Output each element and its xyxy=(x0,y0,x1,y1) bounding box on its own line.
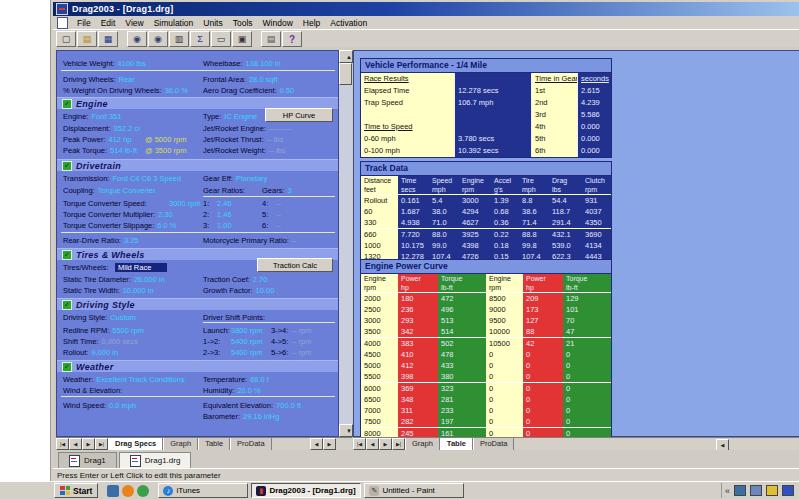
param-value[interactable]: Mild Race xyxy=(115,263,167,272)
param-value[interactable]: 3800 rpm xyxy=(231,326,263,335)
param-value[interactable]: -- xyxy=(276,210,281,219)
param-value[interactable]: Rear xyxy=(119,75,135,84)
param-value[interactable]: ——— xyxy=(269,124,292,133)
tab-scroll-first-button[interactable]: |◀ xyxy=(56,438,69,450)
section-checkbox[interactable]: ✓ xyxy=(62,250,72,260)
param-value[interactable]: 6.0 % xyxy=(157,221,176,230)
taskbar-task-itunes[interactable]: ♪iTunes xyxy=(158,483,248,498)
param-value[interactable]: -- xyxy=(276,221,281,230)
print-button[interactable]: ▤ xyxy=(261,31,281,47)
menu-item-view[interactable]: View xyxy=(120,17,148,29)
param-value[interactable]: -- rpm xyxy=(291,348,311,357)
document-system-menu-icon[interactable] xyxy=(57,17,68,29)
param-value[interactable]: 3.25 xyxy=(124,236,139,245)
param-value[interactable]: 514 lb-ft xyxy=(110,146,137,155)
param-value[interactable]: 4100 lbs xyxy=(118,59,146,68)
scroll-up-button[interactable]: ▲ xyxy=(339,50,353,63)
param-value[interactable]: -- rpm xyxy=(291,326,311,335)
menu-item-file[interactable]: File xyxy=(72,17,96,29)
menu-item-simulation[interactable]: Simulation xyxy=(149,17,199,29)
new-file-button[interactable]: ▢ xyxy=(56,31,76,47)
tray-display-icon[interactable] xyxy=(734,485,746,496)
start-button[interactable]: Start xyxy=(54,483,98,498)
section-checkbox[interactable]: ✓ xyxy=(62,161,72,171)
param-value[interactable]: 5400 rpm xyxy=(231,348,263,357)
param-value[interactable]: -- xyxy=(276,199,281,208)
param-value[interactable]: 68.0 f xyxy=(250,375,269,384)
param-value[interactable]: Ford 351 xyxy=(91,112,121,121)
param-value[interactable]: 2.46 xyxy=(217,199,232,208)
traction-calc-button[interactable]: Traction Calc xyxy=(257,258,333,272)
param-value[interactable]: -- rpm xyxy=(291,337,311,346)
param-value[interactable]: 5400 rpm xyxy=(231,337,263,346)
param-value[interactable]: @ 3500 rpm xyxy=(145,146,186,155)
menu-item-help[interactable]: Help xyxy=(298,17,325,29)
param-value[interactable]: 36.0 % xyxy=(165,86,188,95)
scrollbar-thumb[interactable] xyxy=(339,63,352,85)
menu-item-window[interactable]: Window xyxy=(258,17,298,29)
param-value[interactable]: -- xyxy=(292,236,297,245)
section-checkbox[interactable]: ✓ xyxy=(62,99,72,109)
open-file-button[interactable]: ▤ xyxy=(77,31,97,47)
param-value[interactable]: Torque Converter xyxy=(98,186,156,195)
window-layout-button[interactable]: ▭ xyxy=(211,31,231,47)
param-value[interactable]: 29.16 inHg xyxy=(243,412,279,421)
statistics-button[interactable]: Σ xyxy=(190,31,210,47)
tab-scroll-next-button[interactable]: ▶ xyxy=(82,438,95,450)
param-value[interactable]: 3 xyxy=(288,186,292,195)
param-value[interactable]: 1.46 xyxy=(217,210,232,219)
param-value[interactable]: Ford C4 C6 3 Speed xyxy=(112,174,181,183)
tab-scroll-last-button[interactable]: ▶| xyxy=(392,438,405,450)
doc-tab-drag1[interactable]: Drag1 xyxy=(58,452,117,468)
media-player-icon[interactable] xyxy=(122,485,134,497)
hp-curve-button[interactable]: HP Curve xyxy=(265,108,333,122)
tab-hscroll-left-button[interactable]: ◀ xyxy=(310,438,323,450)
calculator-button[interactable]: ▥ xyxy=(169,31,189,47)
param-value[interactable]: 2.30 xyxy=(158,210,173,219)
help-button[interactable]: ? xyxy=(282,31,302,47)
tray-network-icon[interactable] xyxy=(782,485,794,496)
tab-scroll-last-button[interactable]: ▶| xyxy=(95,438,108,450)
param-value[interactable]: 1.00 xyxy=(217,221,232,230)
param-value[interactable]: 28.0 sqft xyxy=(249,75,278,84)
param-value[interactable]: 3000 rpm xyxy=(169,199,201,208)
param-value[interactable]: 0.0 mph xyxy=(109,401,136,410)
save-file-button[interactable]: ▦ xyxy=(98,31,118,47)
param-value[interactable]: 5500 rpm xyxy=(112,326,144,335)
tray-chevron-icon[interactable]: « xyxy=(725,486,730,496)
section-checkbox[interactable]: ✓ xyxy=(62,362,72,372)
menu-item-activation[interactable]: Activation xyxy=(325,17,372,29)
taskbar-task-untitled-paint[interactable]: ✎Untitled - Paint xyxy=(364,483,464,498)
param-value[interactable]: 10.000 in xyxy=(123,286,154,295)
param-value[interactable]: IC Engine xyxy=(224,112,257,121)
tab-scroll-next-button[interactable]: ▶ xyxy=(379,438,392,450)
param-value[interactable]: 700.0 ft xyxy=(276,401,301,410)
scroll-down-button[interactable]: ▼ xyxy=(339,424,353,437)
vertical-scrollbar[interactable]: ▲ ▼ xyxy=(339,50,352,437)
title-bar[interactable]: Drag2003 - [Drag1.drg] xyxy=(53,2,799,16)
show-desktop-icon[interactable] xyxy=(107,485,119,497)
param-value[interactable]: @ 5000 rpm xyxy=(145,135,186,144)
param-value[interactable]: 0.50 xyxy=(280,86,295,95)
param-value[interactable]: 352.2 ci xyxy=(114,124,140,133)
param-value[interactable]: -- lbs xyxy=(267,135,284,144)
run-simulation-alt-button[interactable]: ◉ xyxy=(148,31,168,47)
param-value[interactable]: Excellent Track Conditions xyxy=(96,375,184,384)
param-value[interactable]: 412 hp xyxy=(109,135,132,144)
doc-tab-drag1-drg[interactable]: Drag1.drg xyxy=(119,452,192,468)
param-value[interactable]: Custom xyxy=(110,313,136,322)
menu-item-units[interactable]: Units xyxy=(198,17,227,29)
tab-scroll-prev-button[interactable]: ◀ xyxy=(69,438,82,450)
tray-messenger-icon[interactable] xyxy=(766,485,778,496)
param-value[interactable]: 2.70 xyxy=(253,275,268,284)
menu-item-tools[interactable]: Tools xyxy=(228,17,258,29)
param-value[interactable]: 138.100 in xyxy=(246,59,281,68)
param-value[interactable]: 26.000 in xyxy=(134,275,165,284)
param-value[interactable]: -- lbs xyxy=(269,146,286,155)
param-value[interactable]: 9.000 in xyxy=(91,348,118,357)
run-simulation-button[interactable]: ◉ xyxy=(127,31,147,47)
tray-display-settings-icon[interactable] xyxy=(750,485,762,496)
param-value[interactable]: 20.0 % xyxy=(237,386,260,395)
param-value[interactable]: 0.900 secs xyxy=(101,337,137,346)
window-layout-alt-button[interactable]: ▣ xyxy=(232,31,252,47)
